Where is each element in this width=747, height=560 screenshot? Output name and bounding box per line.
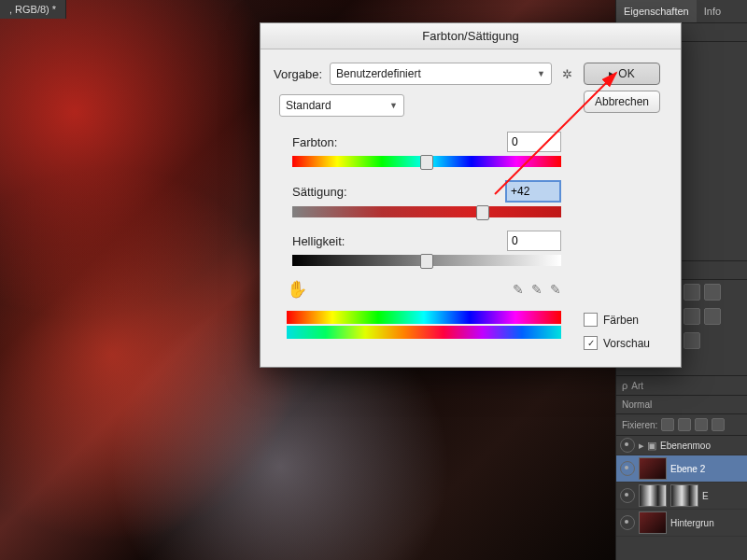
visibility-icon[interactable] (620, 461, 635, 476)
layer-thumbnail[interactable] (639, 511, 667, 534)
layer-row[interactable]: Ebene 2 (616, 455, 747, 483)
layer-row[interactable]: E (616, 483, 747, 510)
spectrum-top (287, 311, 561, 324)
lightness-input[interactable] (507, 231, 561, 251)
layer-thumbnail[interactable] (639, 457, 667, 480)
visibility-icon[interactable] (620, 488, 635, 503)
ok-label: OK (618, 67, 634, 80)
lightness-label: Helligkeit: (292, 234, 432, 248)
hue-slider[interactable] (292, 156, 561, 167)
saturation-input[interactable] (505, 180, 561, 203)
ok-button[interactable]: ▸OK (584, 63, 660, 85)
eyedropper-plus-icon[interactable]: ✎ (531, 282, 543, 297)
layer-name: Ebenenmoo (660, 441, 711, 451)
layer-name: E (702, 491, 709, 501)
lock-icon[interactable] (678, 418, 691, 431)
channel-value: Standard (286, 99, 331, 112)
lock-icon[interactable] (712, 418, 725, 431)
lock-label: Fixieren: (622, 420, 657, 430)
preset-value: Benutzerdefiniert (336, 67, 421, 80)
adj-icon[interactable] (684, 332, 700, 349)
eyedropper-icon[interactable]: ✎ (513, 282, 524, 297)
visibility-icon[interactable] (620, 438, 635, 453)
channel-select[interactable]: Standard ▼ (279, 94, 404, 117)
tab-properties[interactable]: Eigenschaften (616, 0, 697, 22)
layer-name: Hintergrun (670, 518, 714, 528)
layer-thumbnail[interactable] (639, 484, 667, 507)
layer-mask-thumbnail[interactable] (670, 484, 698, 507)
preview-checkbox[interactable]: ✓ Vorschau (584, 336, 650, 350)
chevron-down-icon: ▼ (537, 69, 545, 78)
scrubby-hand-icon[interactable]: ✋ (287, 279, 307, 300)
slider-thumb[interactable] (420, 155, 433, 170)
preset-select[interactable]: Benutzerdefiniert ▼ (330, 63, 552, 85)
hue-input[interactable] (507, 132, 561, 152)
colorize-label: Färben (603, 314, 639, 327)
preset-label: Vorgabe: (274, 67, 322, 81)
adj-icon[interactable] (704, 308, 721, 325)
layer-name: Ebene 2 (670, 464, 705, 474)
slider-thumb[interactable] (476, 205, 489, 220)
gear-icon[interactable]: ✲ (559, 66, 574, 81)
cancel-button[interactable]: Abbrechen (584, 91, 660, 113)
layer-row[interactable]: Hintergrun (616, 510, 747, 537)
saturation-slider[interactable] (292, 206, 561, 217)
lock-icon[interactable] (695, 418, 708, 431)
hue-saturation-dialog: Farbton/Sättigung Vorgabe: Benutzerdefin… (260, 22, 682, 368)
spectrum-bottom (287, 326, 561, 339)
dialog-title: Farbton/Sättigung (261, 23, 681, 49)
checkbox-icon[interactable]: ✓ (584, 336, 598, 350)
adj-icon[interactable] (704, 284, 721, 301)
saturation-label: Sättigung: (292, 185, 432, 199)
document-tab[interactable]: , RGB/8) * (0, 0, 66, 19)
visibility-icon[interactable] (620, 515, 635, 530)
adj-icon[interactable] (684, 308, 700, 325)
adj-icon[interactable] (684, 284, 700, 301)
colorize-checkbox[interactable]: Färben (584, 313, 639, 327)
tab-info[interactable]: Info (697, 0, 728, 22)
blend-mode[interactable]: Normal (622, 399, 652, 410)
layer-kind[interactable]: Art (631, 381, 643, 391)
chevron-down-icon: ▼ (389, 101, 398, 110)
slider-thumb[interactable] (420, 254, 433, 269)
checkbox-icon[interactable] (584, 313, 598, 327)
layer-row[interactable]: ▸ ▣ Ebenenmoo (616, 436, 747, 455)
preview-label: Vorschau (603, 337, 650, 350)
lock-icon[interactable] (661, 418, 674, 431)
hue-label: Farbton: (292, 135, 432, 149)
lightness-slider[interactable] (292, 255, 561, 266)
eyedropper-minus-icon[interactable]: ✎ (550, 282, 561, 297)
